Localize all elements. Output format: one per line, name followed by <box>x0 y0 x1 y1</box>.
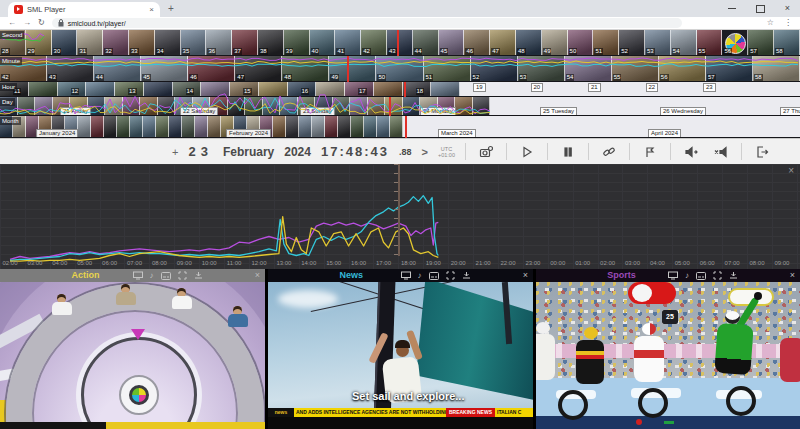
minute-thumbnail[interactable]: 44 <box>94 56 141 81</box>
second-thumbnail[interactable]: 42 <box>361 30 387 55</box>
second-thumbnail[interactable]: 38 <box>258 30 284 55</box>
second-thumbnail[interactable]: 50 <box>568 30 594 55</box>
day-thumbnail[interactable] <box>123 97 141 115</box>
minute-thumbnail[interactable]: 58 <box>753 56 800 81</box>
month-thumbnail[interactable] <box>182 116 195 137</box>
day-thumbnail[interactable] <box>350 97 368 115</box>
day-thumbnail[interactable] <box>333 97 351 115</box>
window-close-icon[interactable]: × <box>785 4 790 13</box>
day-thumbnail[interactable] <box>140 97 158 115</box>
minutes-row[interactable]: 4243444546474849505152535455565758 <box>0 56 800 82</box>
months-row[interactable]: January 2024February 2024March 2024April… <box>0 116 800 138</box>
minute-thumbnail[interactable]: 57 <box>706 56 753 81</box>
minimize-icon[interactable] <box>728 8 736 9</box>
snapshot-button[interactable] <box>476 142 496 162</box>
month-thumbnail[interactable] <box>377 116 390 137</box>
captions-icon[interactable] <box>429 272 439 280</box>
audio-icon[interactable]: ♪ <box>685 271 689 280</box>
tab-close-icon[interactable]: × <box>149 6 154 14</box>
days-row[interactable]: 20 Thursday21 Friday22 Saturday23 Sunday… <box>0 97 800 116</box>
date-day-field[interactable]: 23 <box>188 144 212 159</box>
hour-thumbnail[interactable] <box>86 82 115 96</box>
second-thumbnail[interactable]: 35 <box>181 30 207 55</box>
second-thumbnail[interactable]: 41 <box>335 30 361 55</box>
minute-thumbnail[interactable]: 46 <box>188 56 235 81</box>
date-month-field[interactable]: February <box>223 145 274 159</box>
day-thumbnail[interactable] <box>455 97 473 115</box>
news-video-frame[interactable]: Set sail and explore... news AND ADDS IN… <box>268 282 533 429</box>
month-thumbnail[interactable] <box>338 116 351 137</box>
hour-thumbnail[interactable] <box>316 82 345 96</box>
second-thumbnail[interactable]: 45 <box>439 30 465 55</box>
second-thumbnail[interactable]: 30 <box>52 30 78 55</box>
action-video-frame[interactable] <box>0 282 265 429</box>
panel-close-icon[interactable]: × <box>790 270 795 280</box>
monitor-icon[interactable] <box>401 271 411 280</box>
export-icon[interactable] <box>729 271 738 280</box>
month-thumbnail[interactable] <box>299 116 312 137</box>
minute-thumbnail[interactable]: 53 <box>518 56 565 81</box>
monitor-icon[interactable] <box>133 271 143 280</box>
day-thumbnail[interactable] <box>18 97 36 115</box>
month-thumbnail[interactable] <box>273 116 286 137</box>
day-thumbnail[interactable] <box>385 97 403 115</box>
second-thumbnail[interactable]: 46 <box>464 30 490 55</box>
forward-icon[interactable]: → <box>23 19 31 27</box>
reload-icon[interactable]: ↻ <box>38 19 45 27</box>
day-thumbnail[interactable] <box>368 97 386 115</box>
hour-thumbnail[interactable] <box>431 82 460 96</box>
hour-thumbnail[interactable] <box>259 82 288 96</box>
hour-thumbnail[interactable] <box>144 82 173 96</box>
second-thumbnail[interactable]: 54 <box>671 30 697 55</box>
timeline-graph[interactable]: 02:0003:0004:0005:0006:0007:0008:0009:00… <box>0 164 800 269</box>
second-thumbnail[interactable]: 43 <box>387 30 413 55</box>
channel-panel-action[interactable]: Action ♪ × <box>0 269 265 429</box>
second-thumbnail[interactable]: 57 <box>748 30 774 55</box>
second-thumbnail[interactable]: 53 <box>645 30 671 55</box>
export-icon[interactable] <box>462 271 471 280</box>
day-thumbnail[interactable] <box>158 97 176 115</box>
day-thumbnail[interactable] <box>35 97 53 115</box>
fullscreen-icon[interactable] <box>446 271 455 280</box>
day-thumbnail[interactable] <box>105 97 123 115</box>
minute-thumbnail[interactable]: 52 <box>471 56 518 81</box>
link-button[interactable] <box>599 142 619 162</box>
audio-icon[interactable]: ♪ <box>150 271 154 280</box>
audio-icon[interactable]: ♪ <box>418 271 422 280</box>
marker-button[interactable] <box>640 142 660 162</box>
second-thumbnail[interactable]: 39 <box>284 30 310 55</box>
minute-thumbnail[interactable]: 45 <box>141 56 188 81</box>
second-thumbnail[interactable]: 56 <box>722 30 748 55</box>
month-thumbnail[interactable] <box>104 116 117 137</box>
monitor-icon[interactable] <box>668 271 678 280</box>
second-thumbnail[interactable]: 55 <box>697 30 723 55</box>
channel-panel-sports[interactable]: Sports ♪ × 25 <box>536 269 800 429</box>
second-thumbnail[interactable]: 47 <box>490 30 516 55</box>
captions-icon[interactable] <box>696 272 706 280</box>
second-thumbnail[interactable]: 34 <box>155 30 181 55</box>
second-thumbnail[interactable]: 37 <box>232 30 258 55</box>
hours-row[interactable]: 11121314151617181920212223 <box>0 82 800 97</box>
month-thumbnail[interactable] <box>130 116 143 137</box>
month-thumbnail[interactable] <box>169 116 182 137</box>
month-thumbnail[interactable] <box>286 116 299 137</box>
minute-thumbnail[interactable]: 48 <box>282 56 329 81</box>
export-icon[interactable] <box>194 271 203 280</box>
browser-menu-icon[interactable]: ⋮ <box>784 19 792 27</box>
second-thumbnail[interactable]: 33 <box>129 30 155 55</box>
minute-thumbnail[interactable]: 54 <box>565 56 612 81</box>
sports-video-frame[interactable]: 25 <box>536 282 800 429</box>
pause-button[interactable] <box>558 142 578 162</box>
step-forward-button[interactable]: > <box>422 146 428 158</box>
second-thumbnail[interactable]: 52 <box>619 30 645 55</box>
minute-thumbnail[interactable]: 47 <box>235 56 282 81</box>
hour-thumbnail[interactable] <box>29 82 58 96</box>
month-thumbnail[interactable] <box>117 116 130 137</box>
month-thumbnail[interactable] <box>390 116 403 137</box>
maximize-icon[interactable] <box>756 5 765 13</box>
month-thumbnail[interactable] <box>312 116 325 137</box>
day-thumbnail[interactable] <box>280 97 298 115</box>
audio-out-button[interactable] <box>711 142 731 162</box>
second-thumbnail[interactable]: 32 <box>103 30 129 55</box>
month-thumbnail[interactable] <box>78 116 91 137</box>
